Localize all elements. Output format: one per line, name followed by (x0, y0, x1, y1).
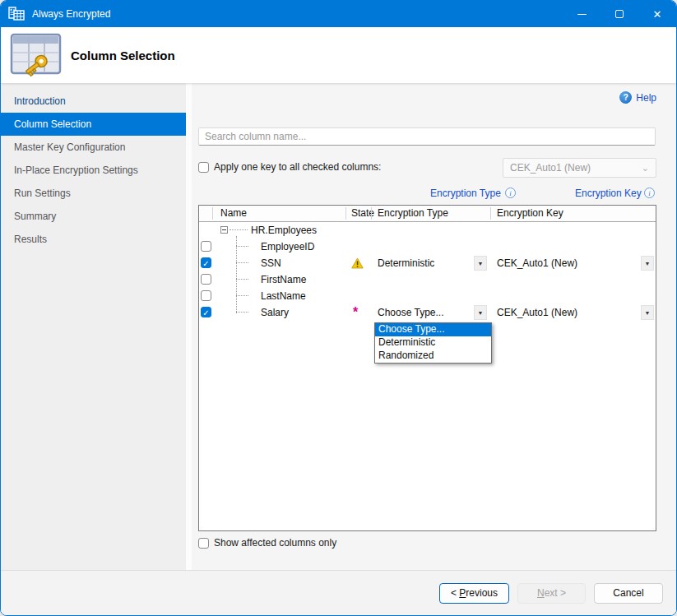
table-name-cell[interactable]: SSN (261, 257, 281, 269)
header-encryption-key[interactable]: Encryption Key (497, 207, 563, 219)
wizard-steps-sidebar: Introduction Column Selection Master Key… (1, 83, 186, 570)
search-column-input[interactable] (198, 127, 656, 146)
column-separator[interactable] (371, 207, 372, 220)
column-separator[interactable] (490, 207, 491, 220)
maximize-button[interactable] (600, 1, 638, 27)
always-encrypted-wizard-window: Always Encrypted ✕ Column Selection Intr (0, 0, 677, 616)
chevron-down-icon: ⌄ (642, 163, 649, 174)
encryption-type-dropdown-button-salary[interactable]: ▼ (474, 305, 487, 320)
wizard-footer: < Previous Next > Cancel (1, 570, 676, 615)
dropdown-option-choose-type[interactable]: Choose Type... (375, 323, 491, 336)
sidebar-item-run-settings[interactable]: Run Settings (1, 182, 186, 205)
columns-grid: Name State Encryption Type Encryption Ke… (198, 205, 656, 531)
encryption-key-value-salary[interactable]: CEK_Auto1 (New) (497, 307, 577, 318)
minimize-icon (577, 14, 587, 15)
dropdown-arrow-icon: ▼ (478, 261, 484, 266)
page-header: Column Selection (1, 27, 676, 83)
encryption-type-open-dropdown: Choose Type... Deterministic Randomized (374, 322, 492, 364)
next-button[interactable]: Next > (517, 583, 586, 604)
tree-dots (236, 262, 248, 263)
apply-one-key-label: Apply one key to all checked columns: (214, 161, 381, 173)
tree-dots (236, 312, 248, 313)
table-row-firstname: FirstName (199, 271, 656, 288)
table-name-cell[interactable]: HR.Employees (251, 225, 317, 236)
help-label: Help (636, 92, 656, 104)
row-checkbox-ssn[interactable]: ✓ (201, 257, 211, 268)
sidebar-item-results[interactable]: Results (1, 228, 186, 251)
row-checkbox-employeeid[interactable] (201, 241, 211, 252)
page-title: Column Selection (71, 49, 175, 63)
minimize-button[interactable] (563, 1, 600, 27)
table-name-cell[interactable]: Salary (261, 307, 289, 318)
table-row-employeeid: EmployeeID (199, 239, 656, 255)
tree-dots (236, 295, 248, 296)
maximize-icon (615, 10, 624, 18)
encryption-key-info-icon[interactable]: i (644, 188, 655, 198)
help-link[interactable]: ? Help (619, 91, 656, 104)
master-key-combobox[interactable]: CEK_Auto1 (New) ⌄ (503, 158, 656, 178)
encryption-type-value-ssn[interactable]: Deterministic (378, 257, 434, 269)
table-row-hr-employees: HR.Employees (199, 222, 656, 239)
header-encryption-type[interactable]: Encryption Type (378, 207, 448, 219)
encryption-type-dropdown-button-ssn[interactable]: ▼ (474, 256, 487, 271)
apply-one-key-checkbox[interactable] (198, 162, 209, 173)
dropdown-arrow-icon: ▼ (478, 310, 484, 316)
table-row-salary: ✓ Salary * Choose Type... ▼ CEK_Auto1 (N… (199, 304, 656, 321)
table-name-cell[interactable]: EmployeeID (261, 241, 314, 252)
warning-icon (351, 257, 364, 269)
table-name-cell[interactable]: LastName (261, 290, 306, 302)
dropdown-arrow-icon: ▼ (645, 261, 651, 266)
required-icon: * (353, 305, 358, 320)
show-affected-columns-label: Show affected columns only (214, 537, 336, 549)
close-button[interactable]: ✕ (638, 1, 676, 27)
help-icon: ? (619, 91, 632, 104)
table-row-lastname: LastName (199, 288, 656, 304)
table-name-cell[interactable]: FirstName (261, 274, 306, 285)
encryption-key-dropdown-button-salary[interactable]: ▼ (641, 305, 654, 320)
close-icon: ✕ (653, 8, 662, 21)
previous-button[interactable]: < Previous (439, 583, 509, 604)
sidebar-item-column-selection[interactable]: Column Selection (1, 113, 186, 136)
encryption-key-dropdown-button-ssn[interactable]: ▼ (641, 256, 654, 271)
cancel-button[interactable]: Cancel (594, 583, 663, 604)
wizard-app-icon (8, 7, 25, 21)
encryption-type-value-salary[interactable]: Choose Type... (378, 307, 444, 318)
dropdown-option-deterministic[interactable]: Deterministic (375, 336, 491, 350)
encryption-key-value-ssn[interactable]: CEK_Auto1 (New) (497, 257, 577, 269)
tree-dots (230, 229, 248, 230)
tree-dots (236, 246, 248, 247)
sidebar-item-summary[interactable]: Summary (1, 205, 186, 228)
show-affected-columns-checkbox[interactable] (198, 538, 209, 549)
window-title: Always Encrypted (32, 8, 563, 20)
table-key-icon (10, 33, 62, 78)
grid-header: Name State Encryption Type Encryption Ke… (199, 206, 656, 222)
column-separator[interactable] (345, 207, 346, 220)
tree-dots (236, 279, 248, 280)
encryption-type-info-icon[interactable]: i (505, 188, 516, 198)
tree-collapse-icon[interactable] (220, 226, 228, 234)
sidebar-item-introduction[interactable]: Introduction (1, 90, 186, 113)
row-checkbox-salary[interactable]: ✓ (201, 307, 211, 317)
master-key-value: CEK_Auto1 (New) (510, 162, 591, 174)
encryption-key-link[interactable]: Encryption Key (575, 188, 642, 199)
sidebar-divider (186, 83, 192, 570)
dropdown-arrow-icon: ▼ (645, 310, 651, 316)
sidebar-item-in-place-encryption-settings[interactable]: In-Place Encryption Settings (1, 159, 186, 182)
row-checkbox-firstname[interactable] (201, 274, 211, 285)
title-bar: Always Encrypted ✕ (1, 1, 676, 27)
column-separator (212, 207, 213, 220)
table-row-ssn: ✓ SSN Deterministic ▼ CEK_Auto1 (New) ▼ (199, 255, 656, 271)
column-selection-panel: ? Help Apply one key to all checked colu… (192, 83, 676, 570)
header-name[interactable]: Name (220, 207, 247, 219)
sidebar-item-master-key-configuration[interactable]: Master Key Configuration (1, 136, 186, 159)
row-checkbox-lastname[interactable] (201, 290, 211, 301)
dropdown-option-randomized[interactable]: Randomized (375, 350, 491, 363)
encryption-type-link[interactable]: Encryption Type (430, 188, 501, 199)
